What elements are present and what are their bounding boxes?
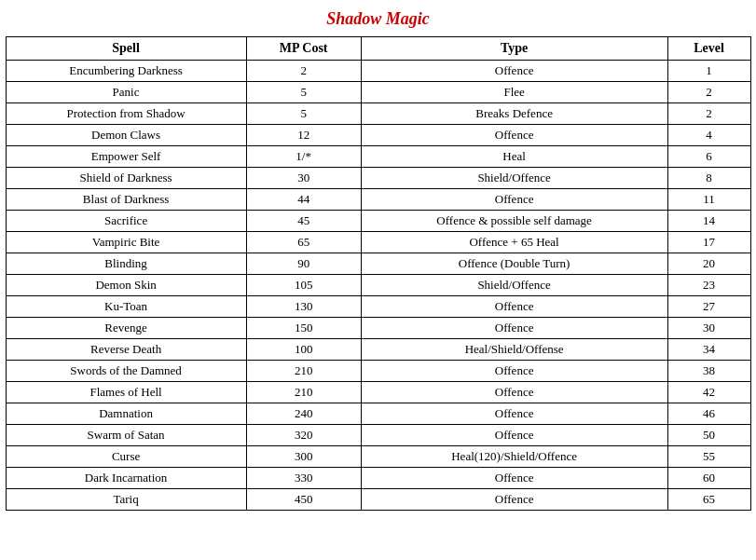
cell-r9-c1: 90 xyxy=(246,253,361,275)
table-row: Ku-Toan130Offence27 xyxy=(6,296,750,318)
cell-r6-c1: 44 xyxy=(246,189,361,211)
cell-r10-c2: Shield/Offence xyxy=(361,275,667,296)
table-row: Swarm of Satan320Offence50 xyxy=(6,425,750,446)
cell-r8-c2: Offence + 65 Heal xyxy=(361,232,667,253)
cell-r0-c0: Encumbering Darkness xyxy=(6,61,246,82)
cell-r20-c2: Offence xyxy=(361,489,667,511)
cell-r14-c1: 210 xyxy=(246,361,361,382)
cell-r2-c3: 2 xyxy=(667,103,750,125)
cell-r5-c0: Shield of Darkness xyxy=(6,168,246,189)
cell-r4-c1: 1/* xyxy=(246,146,361,168)
cell-r11-c1: 130 xyxy=(246,296,361,318)
cell-r7-c1: 45 xyxy=(246,211,361,232)
cell-r6-c3: 11 xyxy=(667,189,750,211)
cell-r9-c3: 20 xyxy=(667,253,750,275)
cell-r9-c0: Blinding xyxy=(6,253,246,275)
table-row: Empower Self1/*Heal6 xyxy=(6,146,750,168)
cell-r2-c2: Breaks Defence xyxy=(361,103,667,125)
cell-r7-c3: 14 xyxy=(667,211,750,232)
cell-r2-c1: 5 xyxy=(246,103,361,125)
table-row: Revenge150Offence30 xyxy=(6,318,750,339)
cell-r16-c1: 240 xyxy=(246,403,361,425)
cell-r8-c0: Vampiric Bite xyxy=(6,232,246,253)
table-row: Swords of the Damned210Offence38 xyxy=(6,361,750,382)
cell-r10-c1: 105 xyxy=(246,275,361,296)
cell-r13-c1: 100 xyxy=(246,339,361,361)
cell-r3-c1: 12 xyxy=(246,125,361,146)
cell-r19-c0: Dark Incarnation xyxy=(6,468,246,489)
cell-r18-c1: 300 xyxy=(246,446,361,468)
cell-r17-c3: 50 xyxy=(667,425,750,446)
cell-r4-c3: 6 xyxy=(667,146,750,168)
cell-r16-c3: 46 xyxy=(667,403,750,425)
cell-r8-c1: 65 xyxy=(246,232,361,253)
cell-r1-c1: 5 xyxy=(246,82,361,103)
spell-table: SpellMP CostTypeLevel Encumbering Darkne… xyxy=(6,36,751,511)
cell-r14-c0: Swords of the Damned xyxy=(6,361,246,382)
cell-r14-c3: 38 xyxy=(667,361,750,382)
cell-r12-c0: Revenge xyxy=(6,318,246,339)
cell-r17-c0: Swarm of Satan xyxy=(6,425,246,446)
cell-r10-c3: 23 xyxy=(667,275,750,296)
cell-r4-c0: Empower Self xyxy=(6,146,246,168)
cell-r3-c2: Offence xyxy=(361,125,667,146)
cell-r16-c2: Offence xyxy=(361,403,667,425)
cell-r18-c2: Heal(120)/Shield/Offence xyxy=(361,446,667,468)
cell-r13-c2: Heal/Shield/Offense xyxy=(361,339,667,361)
column-header-spell: Spell xyxy=(6,37,246,61)
table-row: Dark Incarnation330Offence60 xyxy=(6,468,750,489)
cell-r17-c1: 320 xyxy=(246,425,361,446)
cell-r12-c3: 30 xyxy=(667,318,750,339)
column-header-type: Type xyxy=(361,37,667,61)
cell-r20-c1: 450 xyxy=(246,489,361,511)
cell-r7-c2: Offence & possible self damage xyxy=(361,211,667,232)
cell-r15-c3: 42 xyxy=(667,382,750,403)
cell-r14-c2: Offence xyxy=(361,361,667,382)
cell-r18-c3: 55 xyxy=(667,446,750,468)
cell-r16-c0: Damnation xyxy=(6,403,246,425)
cell-r19-c3: 60 xyxy=(667,468,750,489)
cell-r9-c2: Offence (Double Turn) xyxy=(361,253,667,275)
cell-r20-c0: Tariq xyxy=(6,489,246,511)
cell-r0-c2: Offence xyxy=(361,61,667,82)
cell-r1-c2: Flee xyxy=(361,82,667,103)
cell-r0-c1: 2 xyxy=(246,61,361,82)
cell-r17-c2: Offence xyxy=(361,425,667,446)
cell-r7-c0: Sacrifice xyxy=(6,211,246,232)
cell-r15-c1: 210 xyxy=(246,382,361,403)
cell-r11-c0: Ku-Toan xyxy=(6,296,246,318)
cell-r3-c3: 4 xyxy=(667,125,750,146)
cell-r5-c2: Shield/Offence xyxy=(361,168,667,189)
cell-r18-c0: Curse xyxy=(6,446,246,468)
cell-r8-c3: 17 xyxy=(667,232,750,253)
cell-r13-c0: Reverse Death xyxy=(6,339,246,361)
table-row: Flames of Hell210Offence42 xyxy=(6,382,750,403)
table-row: Blinding90Offence (Double Turn)20 xyxy=(6,253,750,275)
cell-r1-c0: Panic xyxy=(6,82,246,103)
page-title: Shadow Magic xyxy=(326,9,430,29)
table-row: Panic5Flee2 xyxy=(6,82,750,103)
cell-r6-c0: Blast of Darkness xyxy=(6,189,246,211)
table-row: Tariq450Offence65 xyxy=(6,489,750,511)
cell-r1-c3: 2 xyxy=(667,82,750,103)
cell-r2-c0: Protection from Shadow xyxy=(6,103,246,125)
cell-r12-c2: Offence xyxy=(361,318,667,339)
cell-r12-c1: 150 xyxy=(246,318,361,339)
cell-r19-c1: 330 xyxy=(246,468,361,489)
table-row: Vampiric Bite65Offence + 65 Heal17 xyxy=(6,232,750,253)
cell-r13-c3: 34 xyxy=(667,339,750,361)
table-row: Demon Claws12Offence4 xyxy=(6,125,750,146)
table-row: Encumbering Darkness2Offence1 xyxy=(6,61,750,82)
table-row: Damnation240Offence46 xyxy=(6,403,750,425)
cell-r5-c1: 30 xyxy=(246,168,361,189)
cell-r10-c0: Demon Skin xyxy=(6,275,246,296)
cell-r19-c2: Offence xyxy=(361,468,667,489)
table-row: Blast of Darkness44Offence11 xyxy=(6,189,750,211)
cell-r11-c2: Offence xyxy=(361,296,667,318)
column-header-level: Level xyxy=(667,37,750,61)
cell-r6-c2: Offence xyxy=(361,189,667,211)
cell-r0-c3: 1 xyxy=(667,61,750,82)
cell-r15-c0: Flames of Hell xyxy=(6,382,246,403)
table-row: Sacrifice45Offence & possible self damag… xyxy=(6,211,750,232)
cell-r5-c3: 8 xyxy=(667,168,750,189)
